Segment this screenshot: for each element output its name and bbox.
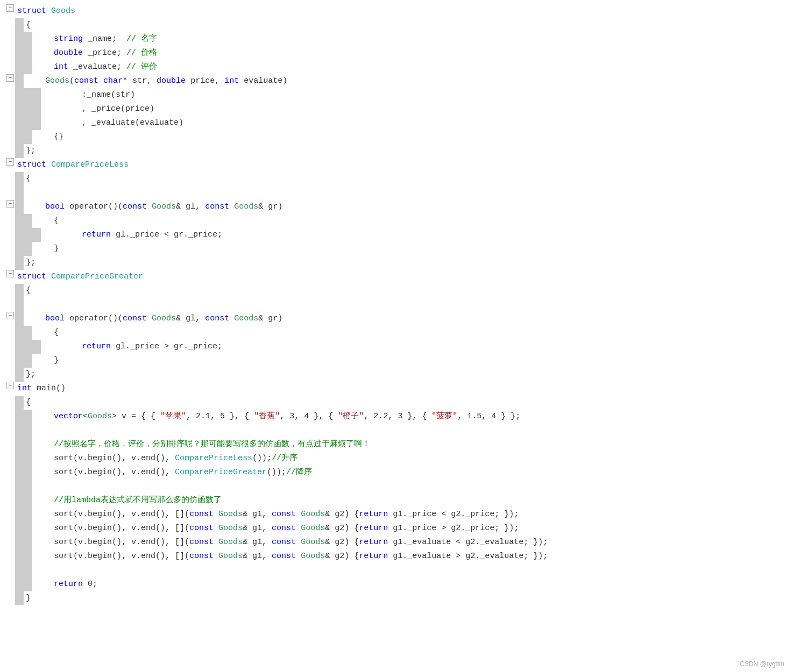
vline-col-40b — [24, 549, 32, 563]
vline-7b — [24, 88, 32, 102]
vline-16a — [15, 214, 24, 228]
vline-col-42b — [24, 577, 32, 591]
vline-col-41b — [24, 563, 32, 577]
vline-col-17b — [24, 228, 32, 242]
line-content-41 — [32, 563, 793, 577]
line-content-20: struct ComparePriceGreater — [15, 270, 793, 284]
vline-37b — [24, 507, 32, 521]
line-content-37: sort(v.begin(), v.end(), [](const Goods&… — [32, 507, 793, 521]
vline-col-7a — [15, 88, 24, 102]
vline-18a — [15, 242, 24, 256]
fold-btn-12[interactable]: − — [6, 158, 14, 166]
vline-col-38a — [15, 521, 24, 535]
code-line-12: − struct ComparePriceLess — [0, 158, 793, 172]
code-line-29: { — [0, 396, 793, 410]
fold-col-1[interactable]: − — [0, 4, 15, 12]
vline-38b — [24, 521, 32, 535]
vline-8b — [24, 102, 32, 116]
fold-col-28[interactable]: − — [0, 382, 15, 389]
vline-33a — [15, 452, 24, 466]
code-line-22 — [0, 298, 793, 312]
vline-col-33b — [24, 452, 32, 466]
fold-col-15[interactable]: − — [0, 200, 15, 208]
vline-34b — [24, 466, 32, 480]
code-line-16: { — [0, 214, 793, 228]
vline-col-15a — [15, 200, 24, 214]
line-content-28: int main() — [15, 382, 793, 396]
line-content-19: }; — [24, 256, 793, 270]
vline-col-23a — [15, 312, 24, 326]
watermark: CSDN @rygttm — [740, 660, 784, 668]
vline-col-6a — [15, 74, 24, 88]
vline-col-4a — [15, 46, 24, 60]
line-content-8: , _price(price) — [41, 102, 793, 116]
vline-col-31b — [24, 424, 32, 438]
line-content-15: bool operator()(const Goods& gl, const G… — [24, 200, 793, 214]
code-line-4: double _price; // 价格 — [0, 46, 793, 60]
vline-col-17c — [32, 228, 41, 242]
vline-29a — [15, 396, 24, 410]
vline-col-3b — [24, 32, 32, 46]
vline-5b — [24, 60, 32, 74]
vline-6a — [15, 74, 24, 88]
fold-col-23[interactable]: − — [0, 312, 15, 319]
fold-col-6[interactable]: − — [0, 74, 15, 82]
vline-col-38b — [24, 521, 32, 535]
code-line-8: , _price(price) — [0, 102, 793, 116]
code-line-41 — [0, 563, 793, 577]
vline-col-18b — [24, 242, 32, 256]
code-line-42: return 0; — [0, 577, 793, 591]
line-content-13: { — [24, 172, 793, 186]
vline-3a — [15, 32, 24, 46]
code-line-7: :_name(str) — [0, 88, 793, 102]
line-content-22 — [24, 298, 793, 312]
fold-col-20[interactable]: − — [0, 270, 15, 277]
fold-btn-28[interactable]: − — [6, 382, 14, 389]
vline-9b — [24, 116, 32, 130]
vline-col-25c — [32, 340, 41, 354]
vline-col-35b — [24, 480, 32, 494]
vline-col-42a — [15, 577, 24, 591]
vline-11a — [15, 144, 24, 158]
fold-btn-6[interactable]: − — [6, 74, 14, 82]
vline-24b — [24, 326, 32, 340]
vline-col-34a — [15, 466, 24, 480]
code-line-26: } — [0, 354, 793, 368]
vline-col-37a — [15, 507, 24, 521]
fold-btn-1[interactable]: − — [6, 4, 14, 12]
code-line-13: { — [0, 172, 793, 186]
vline-col-34b — [24, 466, 32, 480]
fold-btn-15[interactable]: − — [6, 200, 14, 208]
line-content-9: , _evaluate(evaluate) — [41, 116, 793, 130]
vline-42b — [24, 577, 32, 591]
code-line-6: − Goods(const char* str, double price, i… — [0, 74, 793, 88]
code-line-9: , _evaluate(evaluate) — [0, 116, 793, 130]
vline-col-14a — [15, 186, 24, 200]
line-content-38: sort(v.begin(), v.end(), [](const Goods&… — [32, 521, 793, 535]
vline-col-8c — [32, 102, 41, 116]
vline-35a — [15, 480, 24, 494]
fold-btn-20[interactable]: − — [6, 270, 14, 277]
vline-col-25a — [15, 340, 24, 354]
code-container: − struct Goods { string _name; // 名字 dou — [0, 0, 793, 672]
vline-col-24b — [24, 326, 32, 340]
vline-col-9c — [32, 116, 41, 130]
vline-col-30b — [24, 410, 32, 424]
vline-col-33a — [15, 452, 24, 466]
vline-25c — [32, 340, 41, 354]
vline-33b — [24, 452, 32, 466]
line-content-2: { — [24, 18, 793, 32]
line-content-24: { — [32, 326, 793, 340]
vline-col-16b — [24, 214, 32, 228]
line-content-39: sort(v.begin(), v.end(), [](const Goods&… — [32, 535, 793, 549]
vline-26b — [24, 354, 32, 368]
vline-8a — [15, 102, 24, 116]
line-content-35 — [32, 480, 793, 494]
fold-btn-23[interactable]: − — [6, 312, 14, 319]
vline-col-29a — [15, 396, 24, 410]
fold-col-12[interactable]: − — [0, 158, 15, 166]
vline-col-41a — [15, 563, 24, 577]
vline-col-7c — [32, 88, 41, 102]
vline-36a — [15, 494, 24, 507]
vline-5a — [15, 60, 24, 74]
